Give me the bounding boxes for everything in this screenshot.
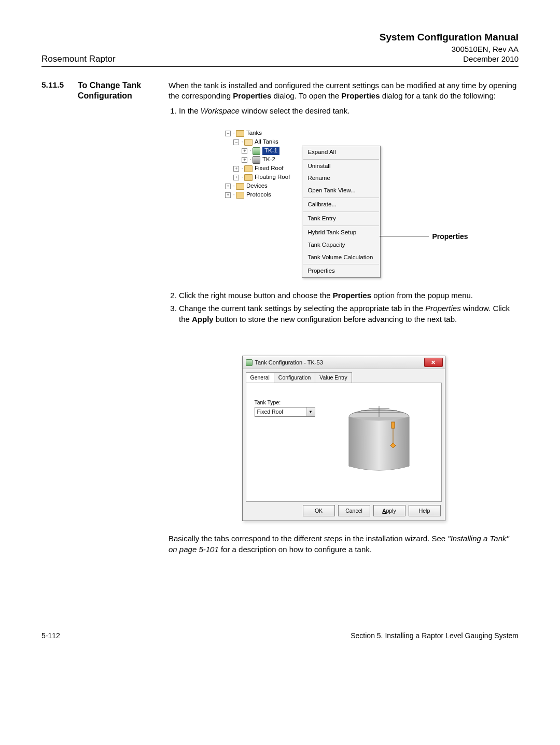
close-button[interactable]: ✕ <box>424 358 443 367</box>
ctx-volume-calc[interactable]: Tank Volume Calculation <box>302 251 380 264</box>
ctx-expand-all[interactable]: Expand All <box>302 146 380 159</box>
tree-fixed-roof[interactable]: + ·· Fixed Roof <box>219 164 302 173</box>
section-title: To Change Tank Configuration <box>78 80 158 559</box>
page-header: Rosemount Raptor System Configuration Ma… <box>41 31 519 67</box>
folder-icon <box>236 130 244 137</box>
footer-section-title: Section 5. Installing a Raptor Level Gau… <box>351 631 519 640</box>
tank-type-select[interactable]: Fixed Roof ▼ <box>255 407 315 417</box>
expand-icon[interactable]: + <box>225 184 231 189</box>
tank-configuration-dialog: Tank Configuration - TK-53 ✕ General Con… <box>242 356 445 521</box>
expand-icon[interactable]: + <box>233 166 239 172</box>
dialog-title-text: Tank Configuration - TK-53 <box>255 359 323 367</box>
callout-leader-line <box>380 236 429 236</box>
help-button[interactable]: Help <box>409 505 441 516</box>
product-name: Rosemount Raptor <box>41 54 116 64</box>
step-3: Change the current tank settings by sele… <box>179 303 519 325</box>
ctx-uninstall[interactable]: Uninstall <box>302 160 380 173</box>
ctx-open-tank-view[interactable]: Open Tank View... <box>302 185 380 197</box>
doc-number: 300510EN, Rev AA <box>380 44 519 54</box>
expand-icon[interactable]: + <box>233 175 239 180</box>
folder-icon <box>236 183 244 190</box>
folder-open-icon <box>244 139 253 146</box>
folder-icon <box>244 174 253 181</box>
chevron-down-icon[interactable]: ▼ <box>306 407 315 416</box>
context-menu: Expand All Uninstall Rename Open Tank Vi… <box>302 146 381 278</box>
page-footer: 5-112 Section 5. Installing a Raptor Lev… <box>41 631 519 640</box>
ok-button[interactable]: OK <box>303 505 335 516</box>
svg-rect-5 <box>391 422 395 428</box>
expand-icon[interactable]: + <box>242 157 247 163</box>
tree-devices[interactable]: + ·· Devices <box>219 182 302 191</box>
workspace-tree-screenshot: − ·· Tanks − ·· All Tanks + <box>219 127 468 278</box>
intro-paragraph: When the tank is installed and configure… <box>169 80 519 102</box>
tree-tk1[interactable]: + ·· TK-1 <box>219 147 302 156</box>
tree-tanks[interactable]: − ·· Tanks <box>219 129 302 138</box>
collapse-icon[interactable]: − <box>233 139 239 145</box>
step-2: Click the right mouse button and choose … <box>179 290 519 301</box>
folder-icon <box>244 165 253 172</box>
collapse-icon[interactable]: − <box>225 131 231 136</box>
closing-paragraph: Basically the tabs correspond to the dif… <box>169 533 519 555</box>
ctx-tank-capacity[interactable]: Tank Capacity <box>302 239 380 251</box>
tank-illustration <box>338 399 421 476</box>
callout-properties-label: Properties <box>429 232 468 242</box>
apply-button[interactable]: Apply <box>373 505 405 516</box>
tab-value-entry[interactable]: Value Entry <box>315 372 352 382</box>
expand-icon[interactable]: + <box>242 148 247 154</box>
tree-protocols[interactable]: + ·· Protocols <box>219 191 302 200</box>
cancel-button[interactable]: Cancel <box>338 505 370 516</box>
tank-icon <box>253 156 260 164</box>
manual-title: System Configuration Manual <box>380 31 519 44</box>
tank-type-label: Tank Type: <box>255 399 322 406</box>
tree-all-tanks[interactable]: − ·· All Tanks <box>219 138 302 147</box>
doc-date: December 2010 <box>380 54 519 64</box>
dialog-titlebar[interactable]: Tank Configuration - TK-53 ✕ <box>243 356 445 369</box>
folder-icon <box>236 192 244 199</box>
expand-icon[interactable]: + <box>225 192 231 198</box>
page-number: 5-112 <box>41 631 60 640</box>
ctx-calibrate[interactable]: Calibrate... <box>302 199 380 211</box>
section-number: 5.11.5 <box>41 80 67 559</box>
step-1: In the Workspace window select the desir… <box>179 106 519 117</box>
tree-floating-roof[interactable]: + ·· Floating Roof <box>219 173 302 182</box>
tab-configuration[interactable]: Configuration <box>274 372 315 382</box>
tree-tk2[interactable]: + ·· TK-2 <box>219 156 302 164</box>
tank-icon <box>246 359 253 366</box>
ctx-tank-entry[interactable]: Tank Entry <box>302 213 380 225</box>
ctx-hybrid-setup[interactable]: Hybrid Tank Setup <box>302 227 380 239</box>
tank-icon <box>253 147 260 155</box>
ctx-rename[interactable]: Rename <box>302 172 380 185</box>
tab-general[interactable]: General <box>246 372 274 382</box>
ctx-properties[interactable]: Properties <box>302 265 380 277</box>
